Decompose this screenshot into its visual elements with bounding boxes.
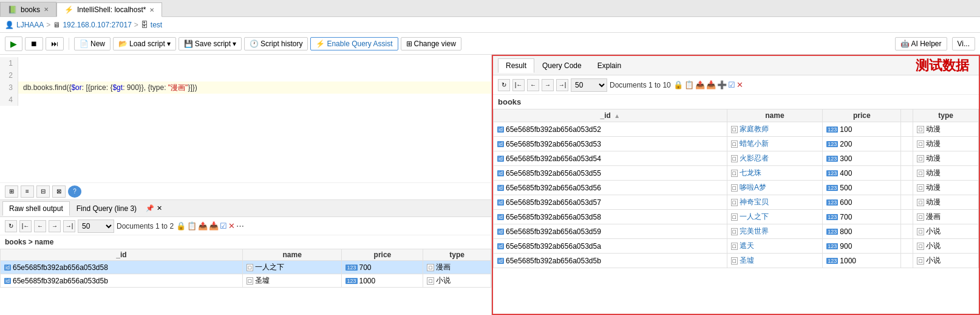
right-export-icon[interactable]: 📤	[695, 80, 705, 89]
right-cancel-icon[interactable]: ✕	[737, 80, 743, 89]
right-col-id[interactable]: _id ▲	[494, 109, 727, 122]
stop-button[interactable]: ⏹	[25, 37, 43, 50]
first-bottom-btn[interactable]: |←	[19, 220, 32, 232]
breadcrumb-user[interactable]: LJHAAA	[16, 21, 44, 29]
right-table-container: _id ▲ name price type id 65e5685fb392ab6…	[493, 109, 979, 314]
table-row[interactable]: id 65e5685fb392ab656a053d5b □ 圣墟 123 100…	[1, 274, 491, 288]
pin-icon[interactable]: 📌	[146, 204, 154, 212]
col-id-header[interactable]: _id	[1, 249, 243, 261]
col-name-header[interactable]: name	[242, 249, 342, 261]
tab-intellishell-close[interactable]: ✕	[149, 7, 154, 13]
tab-explain[interactable]: Explain	[590, 58, 629, 73]
last-right-btn[interactable]: →|	[556, 79, 568, 91]
breadcrumb-sep2: >	[134, 21, 138, 29]
type-icon: □	[917, 213, 924, 221]
breadcrumb-database[interactable]: test	[151, 21, 162, 29]
right-lock-icon[interactable]: 🔒	[673, 80, 683, 89]
right-col-price[interactable]: price	[823, 109, 901, 122]
right-col-type[interactable]: type	[913, 109, 979, 122]
visual-label: Vi...	[958, 40, 970, 48]
query-code-tab-label: Query Code	[542, 61, 582, 70]
tab-raw-shell[interactable]: Raw shell output	[2, 201, 70, 216]
cancel-icon[interactable]: ✕	[228, 221, 235, 230]
step-button[interactable]: ⏭	[46, 37, 64, 50]
doc-icon: □	[247, 264, 253, 271]
breadcrumb-sep1: >	[46, 21, 50, 29]
table-row[interactable]: id 65e5685fb392ab656a053d52 □ 家庭教师 123 1…	[494, 122, 979, 137]
right-add-icon[interactable]: ➕	[717, 80, 727, 89]
explain-tab-label: Explain	[597, 61, 621, 70]
tab-books[interactable]: 📗 books ✕	[0, 2, 56, 16]
run-button[interactable]: ▶	[5, 36, 22, 51]
ai-helper-button[interactable]: 🤖 AI Helper	[895, 37, 947, 50]
table-row[interactable]: id 65e5685fb392ab656a053d56 □ 哆啦A梦 123 5…	[494, 181, 979, 195]
id-icon: id	[497, 243, 504, 249]
tab-query-code[interactable]: Query Code	[534, 58, 590, 73]
editor-btn-2[interactable]: ≡	[21, 185, 34, 198]
copy-icon[interactable]: 📋	[187, 221, 197, 230]
line-content-3[interactable]: db.books.find({$or: [{price: {$gt: 900}}…	[18, 81, 197, 94]
col-price-header[interactable]: price	[342, 249, 423, 261]
lock-icon[interactable]: 🔒	[176, 221, 186, 230]
tab-result[interactable]: Result	[498, 58, 534, 73]
table-row[interactable]: id 65e5685fb392ab656a053d54 □ 火影忍者 123 3…	[494, 151, 979, 166]
editor-help-btn[interactable]: ?	[68, 185, 81, 198]
editor-btn-1[interactable]: ⊞	[5, 185, 18, 198]
bottom-page-size[interactable]: 50 100 200	[78, 220, 114, 233]
right-page-size[interactable]: 50 100 200	[571, 78, 607, 92]
doc-icon: □	[731, 257, 738, 265]
tab-intellishell[interactable]: ⚡ IntelliShell: localhost* ✕	[56, 2, 162, 17]
table-row[interactable]: id 65e5685fb392ab656a053d58 □ 一人之下 123 7…	[494, 210, 979, 224]
check-icon[interactable]: ☑	[220, 221, 227, 230]
result-tab-label: Result	[506, 61, 526, 70]
new-button[interactable]: 📄 New	[74, 37, 111, 50]
books-db-icon: 📗	[8, 5, 17, 14]
breadcrumb-server[interactable]: 192.168.0.107:27017	[63, 21, 131, 29]
right-copy-icon[interactable]: 📋	[684, 80, 694, 89]
right-col-name[interactable]: name	[727, 109, 823, 122]
prev-right-btn[interactable]: ←	[527, 79, 539, 91]
refresh-bottom-btn[interactable]: ↻	[5, 220, 17, 232]
new-icon: 📄	[80, 40, 89, 48]
change-view-button[interactable]: ⊞ Change view	[401, 37, 461, 50]
tab-find-query[interactable]: Find Query (line 3)	[70, 201, 143, 215]
next-bottom-btn[interactable]: →	[49, 220, 61, 232]
tab-books-close[interactable]: ✕	[44, 6, 49, 13]
script-history-button[interactable]: 🕐 Script history	[244, 37, 308, 50]
import-icon[interactable]: 📥	[209, 221, 219, 230]
code-line-1: 1	[0, 57, 491, 69]
editor-btn-3[interactable]: ⊟	[36, 185, 50, 198]
tab-books-label: books	[21, 5, 40, 14]
save-script-button[interactable]: 💾 Save script ▾	[179, 37, 242, 50]
code-editor[interactable]: 1 2 3 db.books.find({$or: [{price: {$gt:…	[0, 55, 491, 182]
table-row[interactable]: id 65e5685fb392ab656a053d5b □ 圣墟 123 100…	[494, 254, 979, 268]
refresh-right-btn[interactable]: ↻	[498, 79, 510, 91]
close-bottom-icon[interactable]: ✕	[157, 204, 162, 212]
next-right-btn[interactable]: →	[542, 79, 554, 91]
last-bottom-btn[interactable]: →|	[63, 220, 75, 232]
table-row[interactable]: id 65e5685fb392ab656a053d57 □ 神奇宝贝 123 6…	[494, 195, 979, 210]
load-script-button[interactable]: 📂 Load script ▾	[113, 37, 176, 50]
editor-btn-4[interactable]: ⊠	[52, 185, 66, 198]
right-check-icon[interactable]: ☑	[728, 80, 735, 89]
table-row[interactable]: id 65e5685fb392ab656a053d53 □ 蜡笔小新 123 2…	[494, 137, 979, 151]
table-row[interactable]: id 65e5685fb392ab656a053d59 □ 完美世界 123 8…	[494, 224, 979, 239]
prev-bottom-btn[interactable]: ←	[34, 220, 46, 232]
bottom-tabs: Raw shell output Find Query (line 3) 📌 ✕	[0, 200, 491, 217]
visual-button[interactable]: Vi...	[952, 37, 975, 50]
table-row[interactable]: id 65e5685fb392ab656a053d55 □ 七龙珠 123 40…	[494, 166, 979, 181]
right-import-icon[interactable]: 📥	[706, 80, 716, 89]
tab-bar: 📗 books ✕ ⚡ IntelliShell: localhost* ✕	[0, 0, 980, 17]
type-icon: □	[427, 277, 434, 285]
table-row[interactable]: id 65e5685fb392ab656a053d5a □ 遮天 123 900…	[494, 239, 979, 254]
more-icon[interactable]: ⋯	[236, 221, 244, 230]
enable-query-assist-button[interactable]: ⚡ Enable Query Assist	[310, 37, 398, 50]
code-line-3[interactable]: 3 db.books.find({$or: [{price: {$gt: 900…	[0, 81, 491, 94]
export-icon[interactable]: 📤	[198, 221, 208, 230]
price-icon: 123	[826, 156, 838, 162]
first-right-btn[interactable]: |←	[512, 79, 525, 91]
col-type-header[interactable]: type	[423, 249, 491, 261]
price-icon: 123	[826, 243, 838, 249]
table-row[interactable]: id 65e5685fb392ab656a053d58 □ 一人之下 123 7…	[1, 261, 491, 274]
ai-helper-area: 🤖 AI Helper Vi...	[895, 37, 976, 50]
